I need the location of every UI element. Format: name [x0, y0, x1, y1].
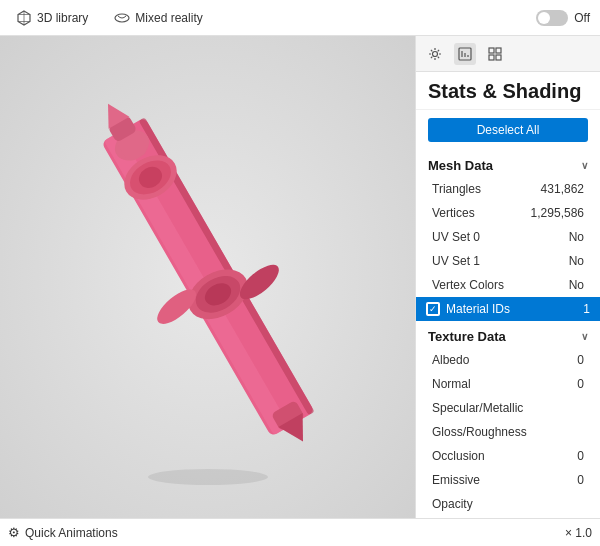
albedo-row: Albedo 0: [416, 348, 600, 372]
occlusion-label: Occlusion: [432, 449, 577, 463]
quick-animations-label: Quick Animations: [25, 526, 118, 540]
normal-label: Normal: [432, 377, 577, 391]
material-ids-value: 1: [583, 302, 590, 316]
vertices-row: Vertices 1,295,586: [416, 201, 600, 225]
deselect-all-button[interactable]: Deselect All: [428, 118, 588, 142]
uvset0-row: UV Set 0 No: [416, 225, 600, 249]
specular-metallic-label: Specular/Metallic: [432, 401, 584, 415]
mesh-data-label: Mesh Data: [428, 158, 493, 173]
emissive-value: 0: [577, 473, 584, 487]
3d-model: [98, 67, 318, 487]
toggle-group: Off: [536, 10, 590, 26]
emissive-row: Emissive 0: [416, 468, 600, 492]
texture-data-section-header[interactable]: Texture Data ∨: [416, 321, 600, 348]
uvset1-value: No: [569, 254, 584, 268]
albedo-value: 0: [577, 353, 584, 367]
toggle-switch[interactable]: [536, 10, 568, 26]
occlusion-value: 0: [577, 449, 584, 463]
uvset1-label: UV Set 1: [432, 254, 569, 268]
gloss-roughness-label: Gloss/Roughness: [432, 425, 584, 439]
viewport[interactable]: [0, 36, 415, 518]
gloss-roughness-row: Gloss/Roughness: [416, 420, 600, 444]
specular-metallic-row: Specular/Metallic: [416, 396, 600, 420]
panel-scroll[interactable]: Mesh Data ∨ Triangles 431,862 Vertices 1…: [416, 150, 600, 518]
mesh-data-section-header[interactable]: Mesh Data ∨: [416, 150, 600, 177]
texture-data-label: Texture Data: [428, 329, 506, 344]
texture-data-chevron: ∨: [581, 331, 588, 342]
normal-row: Normal 0: [416, 372, 600, 396]
material-ids-label: Material IDs: [446, 302, 577, 316]
occlusion-row: Occlusion 0: [416, 444, 600, 468]
cube-icon: [16, 10, 32, 26]
triangles-label: Triangles: [432, 182, 541, 196]
vertices-value: 1,295,586: [531, 206, 584, 220]
svg-rect-25: [496, 48, 501, 53]
top-bar: 3D library Mixed reality Off: [0, 0, 600, 36]
uvset0-label: UV Set 0: [432, 230, 569, 244]
right-panel: Stats & Shading Deselect All Mesh Data ∨…: [415, 36, 600, 518]
mixed-reality-label: Mixed reality: [135, 11, 202, 25]
material-ids-checkbox[interactable]: ✓: [426, 302, 440, 316]
gear-icon: ⚙: [8, 525, 20, 540]
triangles-value: 431,862: [541, 182, 584, 196]
vertex-colors-row: Vertex Colors No: [416, 273, 600, 297]
svg-rect-27: [496, 55, 501, 60]
vertices-label: Vertices: [432, 206, 531, 220]
zoom-area: × 1.0: [565, 526, 592, 540]
bottom-bar: ⚙ Quick Animations × 1.0: [0, 518, 600, 546]
albedo-label: Albedo: [432, 353, 577, 367]
mesh-data-chevron: ∨: [581, 160, 588, 171]
main-content: Stats & Shading Deselect All Mesh Data ∨…: [0, 36, 600, 518]
opacity-row: Opacity: [416, 492, 600, 516]
quick-animations-area[interactable]: ⚙ Quick Animations: [8, 525, 118, 540]
uvset0-value: No: [569, 230, 584, 244]
vertex-colors-label: Vertex Colors: [432, 278, 569, 292]
emissive-label: Emissive: [432, 473, 577, 487]
normal-value: 0: [577, 377, 584, 391]
svg-point-18: [148, 469, 268, 485]
panel-toolbar: [416, 36, 600, 72]
mixed-reality-icon: [114, 10, 130, 26]
vertex-colors-value: No: [569, 278, 584, 292]
toggle-label: Off: [574, 11, 590, 25]
material-ids-row[interactable]: ✓ Material IDs 1: [416, 297, 600, 321]
settings-icon[interactable]: [424, 43, 446, 65]
svg-rect-24: [489, 48, 494, 53]
zoom-value: × 1.0: [565, 526, 592, 540]
opacity-label: Opacity: [432, 497, 584, 511]
panel-title: Stats & Shading: [416, 72, 600, 110]
mixed-reality-nav[interactable]: Mixed reality: [108, 6, 208, 30]
uvset1-row: UV Set 1 No: [416, 249, 600, 273]
3d-library-label: 3D library: [37, 11, 88, 25]
stats-icon[interactable]: [454, 43, 476, 65]
triangles-row: Triangles 431,862: [416, 177, 600, 201]
grid-icon[interactable]: [484, 43, 506, 65]
3d-library-nav[interactable]: 3D library: [10, 6, 94, 30]
svg-rect-26: [489, 55, 494, 60]
svg-point-19: [433, 51, 438, 56]
